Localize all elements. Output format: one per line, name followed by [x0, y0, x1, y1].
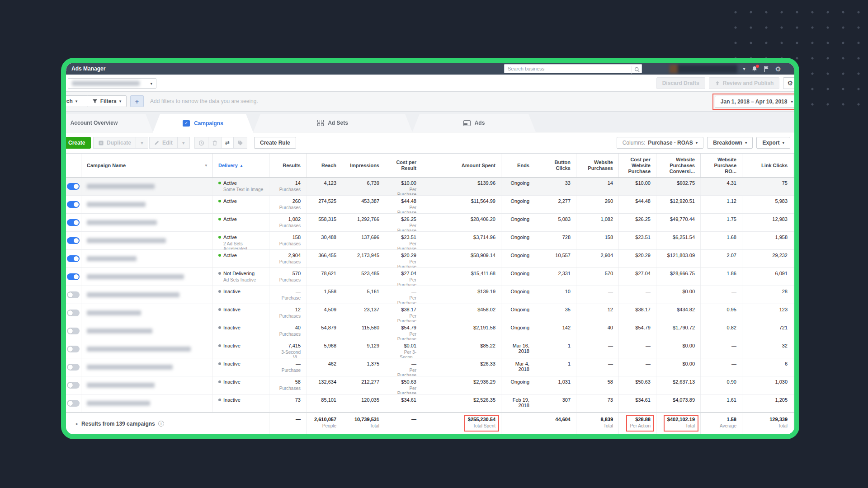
campaign-toggle[interactable] — [67, 273, 80, 280]
cell-website-purchases: 14 — [576, 178, 619, 195]
flag-icon[interactable] — [764, 66, 769, 72]
tab-ad-sets[interactable]: Ad Sets — [253, 114, 412, 132]
campaign-toggle[interactable] — [67, 328, 80, 334]
campaign-name-blurred[interactable] — [87, 256, 137, 261]
publish-settings-button[interactable]: ⚙ — [783, 77, 797, 89]
cell-button-clicks: 2,331 — [535, 268, 576, 286]
review-publish-button[interactable]: Review and Publish — [709, 77, 780, 89]
delivery-status-text: Inactive — [223, 379, 241, 385]
tab-ads[interactable]: Ads — [412, 114, 536, 132]
column-header-delivery[interactable]: Delivery▴ — [213, 154, 269, 177]
cell-reach: 132,634 — [307, 376, 342, 394]
pencil-icon — [154, 140, 160, 145]
profile-name-blurred[interactable] — [670, 65, 737, 73]
cell-impressions: 6,739 — [342, 178, 385, 195]
campaigns-icon: ✓ — [183, 120, 190, 127]
search-icon[interactable] — [632, 66, 640, 74]
campaign-toggle[interactable] — [67, 183, 80, 190]
column-header-results[interactable]: Results — [269, 154, 307, 177]
campaign-name-blurred[interactable] — [87, 292, 179, 297]
column-header-website_purchase_roas[interactable]: Website Purchase RO... — [701, 154, 742, 177]
column-header-name[interactable]: Campaign Name▾ — [81, 154, 213, 177]
column-header-impressions[interactable]: Impressions — [342, 154, 385, 177]
campaign-name-blurred[interactable] — [87, 383, 155, 388]
table-body: ActiveSome Text in Image14Purchases4,123… — [61, 178, 799, 413]
expand-caret-icon[interactable]: ▸ — [76, 421, 78, 426]
campaign-name-blurred[interactable] — [87, 365, 173, 370]
cell-link-clicks: 28 — [742, 286, 793, 304]
campaign-name-blurred[interactable] — [87, 310, 141, 315]
campaign-name-blurred[interactable] — [87, 401, 150, 406]
export-button[interactable]: Export▾ — [756, 137, 790, 149]
menu-icon[interactable] — [61, 66, 66, 71]
campaign-toggle[interactable] — [67, 219, 80, 226]
edit-button[interactable]: Edit — [149, 137, 178, 149]
cell-results: 73 — [269, 394, 307, 412]
tab-campaigns[interactable]: ✓ Campaigns — [153, 114, 253, 132]
browser-window-frame: Ads Manager ▾ ⚙ — [61, 58, 799, 439]
duplicate-button[interactable]: Duplicate — [93, 137, 136, 149]
column-header-reach[interactable]: Reach — [307, 154, 342, 177]
column-header-amount_spent[interactable]: Amount Spent — [422, 154, 501, 177]
campaign-toggle[interactable] — [67, 382, 80, 389]
breakdown-button[interactable]: Breakdown▾ — [707, 137, 753, 149]
campaign-name-blurred[interactable] — [87, 347, 191, 352]
cell-button-clicks: 1 — [535, 358, 576, 376]
delivery-status-dot — [218, 344, 221, 347]
cell-toggle — [61, 394, 81, 412]
campaign-toggle[interactable] — [67, 346, 80, 352]
history-clock-icon[interactable] — [194, 137, 208, 149]
info-icon[interactable]: i — [158, 421, 164, 427]
create-rule-button[interactable]: Create Rule — [254, 137, 296, 149]
column-header-website_purchases_conversion[interactable]: Website Purchases Conversi... — [656, 154, 701, 177]
cell-impressions: 137,696 — [342, 232, 385, 249]
campaign-name-blurred[interactable] — [87, 238, 166, 243]
search-dropdown-button[interactable]: Search▾ — [61, 95, 88, 107]
campaign-name-blurred[interactable] — [87, 202, 146, 207]
delete-trash-icon[interactable] — [208, 137, 222, 149]
campaign-toggle[interactable] — [67, 201, 80, 208]
tab-account-overview[interactable]: Account Overview — [61, 114, 153, 132]
cell-link-clicks: 1,205 — [742, 394, 793, 412]
cell-website-purchases-conversion: $49,770.44 — [656, 214, 701, 231]
campaign-toggle[interactable] — [67, 255, 80, 262]
cell-extra — [793, 322, 799, 340]
account-name-blurred — [72, 81, 140, 86]
columns-button[interactable]: Columns: Purchase - ROAS ▾ — [617, 137, 704, 149]
discard-drafts-button[interactable]: Discard Drafts — [656, 77, 705, 89]
campaign-name-blurred[interactable] — [87, 328, 152, 333]
cell-ends: Ongoing — [501, 286, 535, 304]
column-header-ends[interactable]: Ends — [501, 154, 535, 177]
campaign-toggle[interactable] — [67, 310, 80, 316]
date-range-button[interactable]: Jan 1, 2018 – Apr 10, 2018▾ — [715, 96, 799, 108]
search-input[interactable] — [504, 64, 642, 73]
column-header-cost_per_website_purchase[interactable]: Cost per Website Purchase — [619, 154, 656, 177]
results-summary-label[interactable]: ▸ Results from 139 campaigns i — [61, 413, 269, 434]
campaign-toggle[interactable] — [67, 291, 80, 298]
account-selector[interactable]: ▾ — [68, 78, 156, 89]
campaign-name-blurred[interactable] — [87, 220, 157, 225]
column-header-link_clicks[interactable]: Link Clicks — [742, 154, 793, 177]
edit-caret-button[interactable]: ▾ — [178, 137, 190, 149]
account-bar: ▾ Discard Drafts Review and Publish ⚙ — [61, 75, 799, 92]
campaign-name-blurred[interactable] — [87, 274, 184, 279]
add-filter-button[interactable]: + — [130, 95, 144, 107]
ab-test-icon[interactable]: ⇄ — [222, 137, 234, 149]
tag-icon[interactable] — [234, 137, 247, 149]
duplicate-caret-button[interactable]: ▾ — [136, 137, 148, 149]
column-header-cost_per_result[interactable]: Cost per Result — [385, 154, 422, 177]
campaign-toggle[interactable] — [67, 400, 80, 407]
campaign-toggle[interactable] — [67, 237, 80, 244]
cell-impressions: 212,277 — [342, 376, 385, 394]
notifications-bell-icon[interactable] — [751, 66, 758, 72]
filters-button[interactable]: Filters▾ — [87, 95, 127, 107]
settings-gear-icon[interactable]: ⚙ — [775, 66, 781, 72]
column-header-website_purchases[interactable]: Website Purchases — [576, 154, 619, 177]
profile-caret-icon[interactable]: ▾ — [743, 66, 745, 71]
create-button[interactable]: Create — [62, 137, 91, 149]
campaign-name-blurred[interactable] — [87, 184, 155, 189]
column-header-button_clicks[interactable]: Button Clicks — [535, 154, 576, 177]
cell-reach: 4,123 — [307, 178, 342, 195]
campaign-toggle[interactable] — [67, 364, 80, 371]
filter-placeholder-text: Add filters to narrow the data you are s… — [150, 98, 258, 104]
